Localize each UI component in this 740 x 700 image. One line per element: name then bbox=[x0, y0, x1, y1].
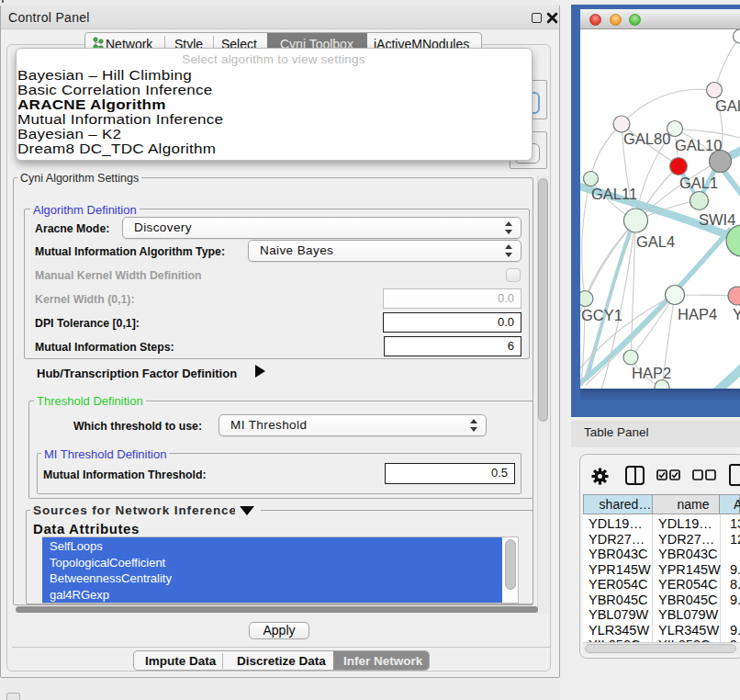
svg-text:HAP4: HAP4 bbox=[678, 306, 717, 322]
svg-text:Y: Y bbox=[733, 306, 740, 322]
svg-text:HAP2: HAP2 bbox=[632, 365, 671, 381]
svg-text:GAL4: GAL4 bbox=[636, 233, 675, 250]
svg-text:GCY1: GCY1 bbox=[581, 307, 622, 323]
svg-text:GAL10: GAL10 bbox=[675, 137, 722, 153]
svg-text:GAL7: GAL7 bbox=[715, 97, 740, 114]
svg-text:GAL1: GAL1 bbox=[679, 175, 718, 191]
svg-text:SWI4: SWI4 bbox=[699, 211, 735, 228]
svg-text:GAL80: GAL80 bbox=[623, 130, 670, 147]
svg-text:GAL11: GAL11 bbox=[591, 186, 637, 202]
